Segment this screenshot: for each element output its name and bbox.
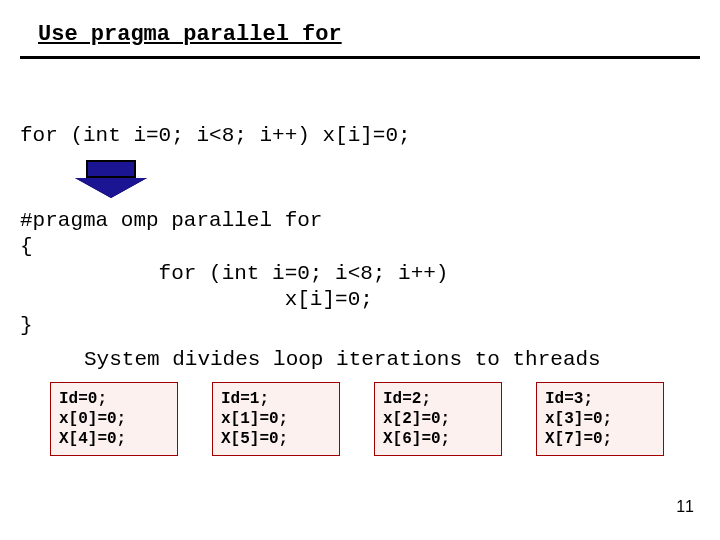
- thread-id: Id=3;: [545, 390, 593, 408]
- slide: Use pragma parallel for for (int i=0; i<…: [0, 0, 720, 540]
- down-arrow-icon: [86, 160, 147, 198]
- thread-line: x[0]=0;: [59, 410, 126, 428]
- slide-title-wrap: Use pragma parallel for: [38, 22, 682, 47]
- thread-box-1: Id=1; x[1]=0; X[5]=0;: [212, 382, 340, 456]
- title-prefix: Use pragma parallel: [38, 22, 302, 47]
- thread-line: X[4]=0;: [59, 430, 126, 448]
- page-number: 11: [676, 498, 694, 516]
- thread-line: X[6]=0;: [383, 430, 450, 448]
- thread-line: x[1]=0;: [221, 410, 288, 428]
- thread-box-2: Id=2; x[2]=0; X[6]=0;: [374, 382, 502, 456]
- title-keyword: for: [302, 22, 342, 47]
- thread-boxes: Id=0; x[0]=0; X[4]=0; Id=1; x[1]=0; X[5]…: [50, 382, 664, 456]
- thread-box-0: Id=0; x[0]=0; X[4]=0;: [50, 382, 178, 456]
- thread-line: x[3]=0;: [545, 410, 612, 428]
- title-divider: [20, 56, 700, 59]
- thread-box-3: Id=3; x[3]=0; X[7]=0;: [536, 382, 664, 456]
- caption-text: System divides loop iterations to thread…: [84, 348, 601, 371]
- thread-id: Id=1;: [221, 390, 269, 408]
- code-before: for (int i=0; i<8; i++) x[i]=0;: [20, 124, 411, 147]
- code-after: #pragma omp parallel for { for (int i=0;…: [20, 208, 448, 339]
- thread-line: X[7]=0;: [545, 430, 612, 448]
- thread-line: x[2]=0;: [383, 410, 450, 428]
- thread-id: Id=0;: [59, 390, 107, 408]
- thread-id: Id=2;: [383, 390, 431, 408]
- slide-title: Use pragma parallel for: [38, 22, 342, 47]
- thread-line: X[5]=0;: [221, 430, 288, 448]
